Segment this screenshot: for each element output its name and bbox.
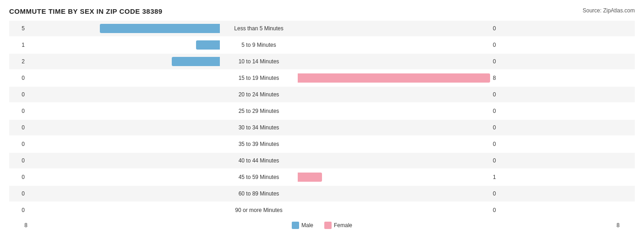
female-value: 8: [490, 75, 508, 81]
table-row: 5 Less than 5 Minutes 0: [9, 21, 635, 36]
legend: Male Female: [292, 222, 352, 229]
male-bar-container: [27, 57, 220, 66]
male-bar-container: [27, 206, 220, 215]
row-label: 45 to 59 Minutes: [220, 174, 298, 180]
row-label: 5 to 9 Minutes: [220, 42, 298, 48]
row-label: 90 or more Minutes: [220, 207, 298, 213]
row-label: 60 to 89 Minutes: [220, 190, 298, 197]
male-value: 2: [9, 58, 27, 65]
female-bar-container: [298, 90, 490, 99]
table-row: 0 25 to 29 Minutes 0: [9, 103, 635, 119]
female-bar-container: [298, 206, 490, 215]
male-value: 5: [9, 25, 27, 32]
female-label: Female: [334, 222, 352, 229]
female-swatch: [324, 222, 332, 229]
table-row: 0 45 to 59 Minutes 1: [9, 169, 635, 185]
female-bar-container: [298, 156, 490, 165]
row-label: 35 to 39 Minutes: [220, 141, 298, 147]
legend-female: Female: [324, 222, 352, 229]
chart-title: COMMUTE TIME BY SEX IN ZIP CODE 38389: [9, 7, 163, 15]
male-bar-container: [27, 73, 220, 83]
table-row: 0 40 to 44 Minutes 0: [9, 153, 635, 168]
female-bar-container: [298, 173, 490, 182]
chart-area: 5 Less than 5 Minutes 0 1 5 to 9 Minutes…: [9, 21, 635, 218]
male-bar: [196, 40, 220, 50]
axis-right-label: 8: [617, 222, 635, 229]
table-row: 2 10 to 14 Minutes 0: [9, 54, 635, 69]
table-row: 0 35 to 39 Minutes 0: [9, 136, 635, 152]
legend-male: Male: [292, 222, 313, 229]
table-row: 0 60 to 89 Minutes 0: [9, 186, 635, 201]
male-value: 1: [9, 42, 27, 48]
male-value: 0: [9, 108, 27, 114]
male-bar-container: [27, 156, 220, 165]
female-bar-container: [298, 57, 490, 66]
male-bar-container: [27, 90, 220, 99]
male-bar: [100, 24, 220, 33]
male-label: Male: [301, 222, 313, 229]
female-value: 0: [490, 157, 508, 164]
female-value: 0: [490, 42, 508, 48]
female-bar: [298, 73, 490, 83]
male-value: 0: [9, 174, 27, 180]
female-bar-container: [298, 123, 490, 132]
male-value: 0: [9, 190, 27, 197]
female-value: 0: [490, 58, 508, 65]
male-value: 0: [9, 157, 27, 164]
male-value: 0: [9, 91, 27, 98]
table-row: 0 30 to 34 Minutes 0: [9, 120, 635, 135]
female-value: 0: [490, 190, 508, 197]
male-value: 0: [9, 75, 27, 81]
chart-header: COMMUTE TIME BY SEX IN ZIP CODE 38389 So…: [9, 7, 635, 15]
female-value: 0: [490, 25, 508, 32]
female-value: 0: [490, 108, 508, 114]
female-value: 0: [490, 141, 508, 147]
male-bar-container: [27, 189, 220, 198]
female-value: 1: [490, 174, 508, 180]
table-row: 0 15 to 19 Minutes 8: [9, 70, 635, 86]
female-value: 0: [490, 124, 508, 131]
male-bar-container: [27, 123, 220, 132]
male-bar: [172, 57, 220, 66]
female-bar-container: [298, 73, 490, 83]
female-bar-container: [298, 140, 490, 149]
axis-left-label: 8: [9, 222, 27, 229]
row-label: Less than 5 Minutes: [220, 25, 298, 32]
female-bar-container: [298, 106, 490, 116]
table-row: 0 20 to 24 Minutes 0: [9, 87, 635, 102]
row-label: 10 to 14 Minutes: [220, 58, 298, 65]
row-label: 40 to 44 Minutes: [220, 157, 298, 164]
male-bar-container: [27, 40, 220, 50]
table-row: 1 5 to 9 Minutes 0: [9, 37, 635, 53]
legend-row: 8 Male Female 8: [9, 222, 635, 229]
male-bar-container: [27, 106, 220, 116]
male-swatch: [292, 222, 299, 229]
male-bar-container: [27, 140, 220, 149]
female-value: 0: [490, 207, 508, 213]
female-bar-container: [298, 24, 490, 33]
female-value: 0: [490, 91, 508, 98]
male-value: 0: [9, 124, 27, 131]
row-label: 15 to 19 Minutes: [220, 75, 298, 81]
row-label: 20 to 24 Minutes: [220, 91, 298, 98]
male-value: 0: [9, 207, 27, 213]
female-bar-container: [298, 40, 490, 50]
male-value: 0: [9, 141, 27, 147]
female-bar-container: [298, 189, 490, 198]
source-label: Source: ZipAtlas.com: [583, 7, 635, 14]
row-label: 30 to 34 Minutes: [220, 124, 298, 131]
male-bar-container: [27, 24, 220, 33]
male-bar-container: [27, 173, 220, 182]
row-label: 25 to 29 Minutes: [220, 108, 298, 114]
table-row: 0 90 or more Minutes 0: [9, 202, 635, 218]
female-bar: [298, 173, 322, 182]
